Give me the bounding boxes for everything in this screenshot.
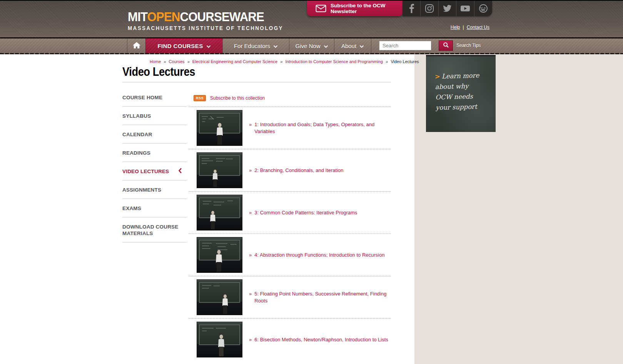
lecture-title: 4: Abstraction through Functions; Introd… [254, 252, 384, 259]
lecture-row: » 4: Abstraction through Functions; Intr… [189, 234, 391, 276]
newsletter-label: Subscribe to the OCW Newsletter [331, 3, 403, 14]
lecture-row: » 2: Branching, Conditionals, and Iterat… [189, 149, 391, 191]
logo-courseware: COURSEWARE [180, 9, 264, 24]
chevron-down-icon [206, 43, 211, 49]
subscribe-row: RSS Subscribe to this collection [189, 93, 391, 107]
ad-line: OCW needs [435, 91, 480, 102]
breadcrumb-separator: » [386, 59, 388, 64]
breadcrumb-home[interactable]: Home [150, 59, 161, 64]
main-navbar: FIND COURSES For Educators Give Now Abou… [0, 37, 623, 54]
logo-wordmark: MITOPENCOURSEWARE [128, 9, 277, 24]
search-button[interactable] [439, 40, 453, 51]
chevron-down-icon [324, 43, 328, 49]
utility-links: Help|Contact Us [451, 25, 489, 30]
page-content: >Learn more about why OCW needs your sup… [0, 54, 623, 364]
lecture-thumbnail[interactable] [197, 279, 242, 315]
course-nav-item-video-lectures[interactable]: VIDEO LECTURES [122, 162, 187, 180]
contact-link[interactable]: Contact Us [467, 25, 489, 30]
nav-give-now[interactable]: Give Now [289, 38, 334, 53]
home-button[interactable] [127, 38, 145, 53]
social-links-strip [403, 1, 492, 16]
links-separator: | [463, 25, 464, 30]
support-ad-text: >Learn more about why OCW needs your sup… [435, 70, 480, 113]
course-nav-item-calendar[interactable]: CALENDAR [122, 125, 187, 144]
ad-line: your support [436, 101, 480, 113]
logo-mit: MIT [128, 9, 147, 24]
lecture-thumbnail[interactable] [197, 237, 242, 273]
lecturer-figure [212, 249, 225, 272]
lecture-thumbnail[interactable] [197, 322, 242, 357]
lecture-link[interactable]: » 2: Branching, Conditionals, and Iterat… [249, 167, 344, 174]
breadcrumb-separator: » [280, 59, 282, 64]
chevron-down-icon [359, 43, 364, 49]
lecture-link[interactable]: » 1: Introduction and Goals; Data Types,… [249, 121, 389, 135]
nav-about[interactable]: About [334, 38, 371, 53]
lecture-title: 1: Introduction and Goals; Data Types, O… [254, 121, 389, 135]
course-nav-item-download[interactable]: DOWNLOAD COURSE MATERIALS [122, 217, 187, 242]
breadcrumb-current: Video Lectures [391, 59, 419, 64]
rss-badge[interactable]: RSS [194, 95, 206, 101]
lecture-list: RSS Subscribe to this collection » 1: In… [189, 93, 391, 361]
nav-for-educators[interactable]: For Educators [222, 38, 289, 53]
newsletter-button[interactable]: Subscribe to the OCW Newsletter [307, 1, 403, 16]
search-input[interactable] [379, 41, 431, 50]
lecture-thumbnail[interactable] [197, 152, 242, 188]
breadcrumb-courses[interactable]: Courses [169, 59, 185, 64]
lecture-link[interactable]: » 3: Common Code Patterns: Iterative Pro… [249, 209, 357, 216]
wordpress-icon[interactable] [474, 1, 492, 16]
lecture-thumbnail[interactable] [197, 195, 242, 230]
lecture-bullet: » [249, 252, 252, 259]
lecture-bullet: » [249, 336, 252, 343]
breadcrumb-separator: » [187, 59, 190, 64]
nav-about-label: About [341, 43, 356, 49]
ocw-logo[interactable]: MITOPENCOURSEWARE MASSACHUSETTS INSTITUT… [128, 9, 290, 31]
subscribe-link[interactable]: Subscribe to this collection [210, 95, 265, 101]
breadcrumb-course[interactable]: Introduction to Computer Science and Pro… [285, 59, 383, 64]
ad-line: about why [435, 80, 479, 92]
help-link[interactable]: Help [451, 25, 460, 30]
lecture-bullet: » [249, 291, 252, 304]
lecture-link[interactable]: » 5: Floating Point Numbers, Successive … [249, 291, 389, 304]
envelope-icon [316, 5, 326, 12]
ad-line: Learn more [442, 72, 479, 80]
logo-subtitle: MASSACHUSETTS INSTITUTE OF TECHNOLOGY [128, 25, 283, 31]
nav-find-courses-label: FIND COURSES [157, 43, 203, 49]
nav-find-courses[interactable]: FIND COURSES [145, 38, 222, 53]
home-icon [132, 42, 141, 50]
lecturer-figure [207, 210, 219, 229]
course-nav-item-assignments[interactable]: ASSIGNMENTS [122, 180, 187, 199]
lecturer-figure [219, 294, 231, 314]
lecture-row: » 3: Common Code Patterns: Iterative Pro… [189, 191, 391, 234]
lecture-thumbnail[interactable] [197, 110, 242, 146]
page-title: Video Lectures [122, 65, 195, 79]
course-nav: COURSE HOME SYLLABUS CALENDAR READINGS V… [122, 88, 187, 242]
breadcrumb-separator: » [164, 59, 166, 64]
nav-give-now-label: Give Now [295, 43, 320, 49]
title-divider [122, 82, 391, 82]
ad-chevron: > [435, 73, 440, 80]
instagram-icon[interactable] [420, 1, 438, 16]
nav-for-educators-label: For Educators [234, 43, 270, 49]
support-ad[interactable]: >Learn more about why OCW needs your sup… [426, 55, 496, 132]
course-nav-item-exams[interactable]: EXAMS [122, 199, 187, 217]
breadcrumb-department[interactable]: Electrical Engineering and Computer Scie… [192, 59, 277, 64]
lecturer-figure [213, 122, 226, 145]
lecture-row: » 5: Floating Point Numbers, Successive … [189, 276, 391, 318]
site-header: MITOPENCOURSEWARE MASSACHUSETTS INSTITUT… [0, 0, 623, 37]
facebook-icon[interactable] [403, 1, 420, 16]
lecturer-figure [210, 169, 220, 187]
lecture-title: 5: Floating Point Numbers, Successive Re… [254, 291, 389, 304]
lecture-bullet: » [249, 209, 252, 216]
search-icon [443, 42, 449, 49]
lecture-link[interactable]: » 6: Bisection Methods, Newton/Raphson, … [249, 336, 388, 343]
course-nav-item-readings[interactable]: READINGS [122, 144, 187, 162]
youtube-icon[interactable] [456, 1, 474, 16]
course-nav-item-course-home[interactable]: COURSE HOME [122, 88, 187, 107]
lecture-title: 2: Branching, Conditionals, and Iteratio… [254, 167, 343, 174]
lecture-title: 3: Common Code Patterns: Iterative Progr… [254, 209, 357, 216]
course-nav-item-syllabus[interactable]: SYLLABUS [122, 107, 187, 125]
search-tips-link[interactable]: Search Tips [456, 43, 481, 48]
twitter-icon[interactable] [438, 1, 456, 16]
lecture-link[interactable]: » 4: Abstraction through Functions; Intr… [249, 252, 384, 259]
lecture-row: » 1: Introduction and Goals; Data Types,… [189, 107, 391, 149]
